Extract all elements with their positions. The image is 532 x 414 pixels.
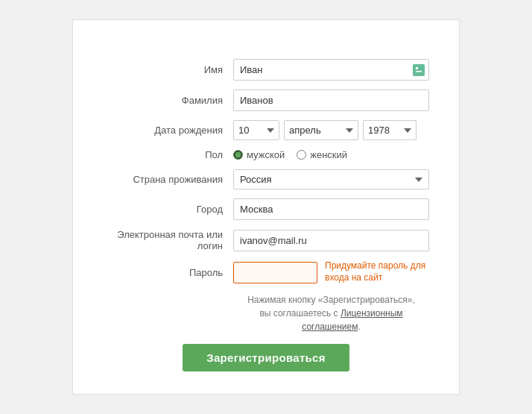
gender-options: мужской женский: [233, 149, 429, 160]
password-label: Пароль: [103, 267, 233, 278]
email-control: [233, 230, 429, 251]
first-name-label: Имя: [103, 64, 233, 75]
register-button[interactable]: Зарегистрироваться: [183, 344, 349, 371]
svg-rect-0: [416, 67, 418, 69]
birth-selects: 10 123 456 789 111213 141516 171819 2021…: [233, 120, 429, 140]
last-name-label: Фамилия: [103, 95, 233, 106]
birth-date-label: Дата рождения: [103, 125, 233, 136]
gender-label: Пол: [103, 149, 233, 160]
gender-control: мужской женский: [233, 149, 429, 160]
gender-male-option[interactable]: мужской: [233, 149, 285, 160]
gender-female-radio[interactable]: [297, 150, 306, 160]
last-name-control: [233, 90, 429, 111]
terms-line2: вы соглашаетесь с: [259, 308, 340, 319]
city-input[interactable]: [233, 198, 429, 220]
birth-year-select[interactable]: 1978 1979 1980 1981 1982 1985 1990 1995 …: [363, 120, 417, 140]
password-hint: Придумайте пароль для входа на сайт: [325, 260, 429, 283]
terms-text: Нажимая кнопку «Зарегистрироваться», вы …: [233, 293, 429, 333]
name-icon: [413, 64, 425, 76]
city-control: [233, 198, 429, 220]
email-input[interactable]: [233, 230, 429, 251]
birth-month-select[interactable]: январь февраль март апрель май июнь июль…: [284, 120, 358, 140]
birth-day-select[interactable]: 10 123 456 789 111213 141516 171819 2021…: [233, 120, 279, 140]
gender-female-label: женский: [310, 149, 347, 160]
gender-row: Пол мужской женский: [103, 149, 429, 160]
last-name-input[interactable]: [233, 90, 429, 111]
terms-dot: .: [358, 322, 360, 332]
first-name-input[interactable]: [233, 59, 429, 81]
email-label: Электронная почта или логин: [103, 229, 233, 251]
country-row: Страна проживания Россия Украина Беларус…: [103, 169, 429, 189]
city-label: Город: [103, 204, 233, 215]
gender-male-radio[interactable]: [233, 150, 243, 160]
first-name-row: Имя: [103, 59, 429, 81]
first-name-control: [233, 59, 429, 81]
last-name-row: Фамилия: [103, 90, 429, 111]
birth-date-row: Дата рождения 10 123 456 789 111213 1415…: [103, 120, 429, 140]
country-control: Россия Украина Беларусь Казахстан США: [233, 169, 429, 189]
email-row: Электронная почта или логин: [103, 229, 429, 251]
first-name-input-wrapper: [233, 59, 429, 81]
terms-line1: Нажимая кнопку «Зарегистрироваться»,: [247, 295, 415, 305]
country-label: Страна проживания: [103, 174, 233, 185]
register-button-row: Зарегистрироваться: [103, 344, 429, 371]
birth-date-control: 10 123 456 789 111213 141516 171819 2021…: [233, 120, 429, 140]
registration-form: Имя Фамилия Дата рождения 10 123 456: [72, 19, 460, 394]
gender-male-label: мужской: [247, 149, 285, 160]
gender-female-option[interactable]: женский: [297, 149, 347, 160]
password-control: [233, 262, 317, 283]
svg-rect-1: [416, 71, 422, 72]
password-row: Пароль Придумайте пароль для входа на са…: [103, 260, 429, 283]
password-input[interactable]: [233, 262, 317, 283]
city-row: Город: [103, 198, 429, 220]
country-select[interactable]: Россия Украина Беларусь Казахстан США: [233, 169, 429, 189]
